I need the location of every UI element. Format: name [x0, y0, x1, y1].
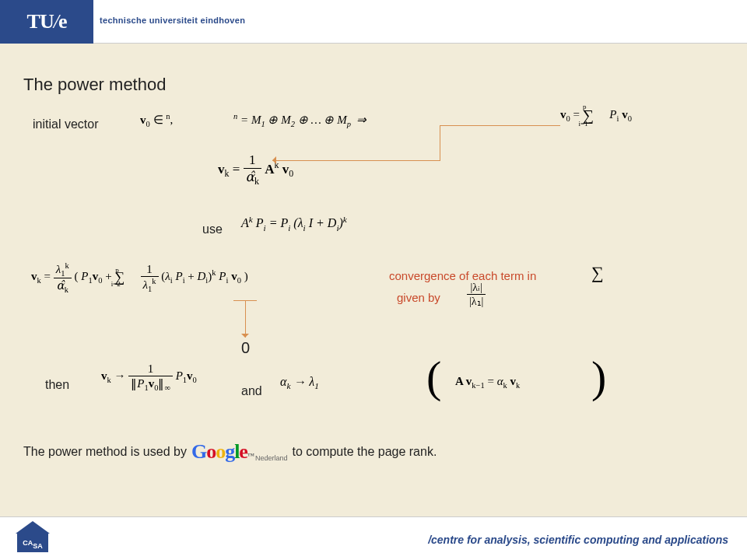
ratio-num: |λᵢ| — [467, 281, 486, 295]
university-name: technische universiteit eindhoven — [100, 16, 245, 25]
initial-vector-label: initial vector — [33, 117, 98, 131]
and-label: and — [241, 384, 262, 398]
google-statement: The power method is used by Google™ Nede… — [23, 440, 437, 464]
convergence-text-1: convergence of each term in — [389, 269, 536, 282]
math-vk-formula: vk = 1α̂k Ak v0 — [218, 152, 293, 187]
math-v0-sum: v0 = ∑pi=1 Pi v0 — [560, 104, 632, 123]
tue-logo-text: TU/e — [27, 10, 67, 33]
sigma-icon: ∑ — [591, 263, 604, 283]
convergence-ratio: |λᵢ||λ₁| — [467, 281, 486, 308]
paren-open: ( — [426, 351, 441, 403]
math-then-formula: vk → 1‖P1v0‖∞ P1v0 — [101, 362, 197, 392]
casa-logo: CASA — [16, 521, 50, 554]
slide-title: The power method — [23, 75, 166, 95]
google-region: Nederland — [255, 454, 288, 462]
math-use-formula: Ak Pi = Pi (λi I + Di)k — [241, 215, 347, 233]
google-tm: ™ — [247, 452, 254, 460]
convergence-text-2: given by — [397, 291, 440, 304]
arrow-1-b — [272, 160, 440, 161]
tue-logo: TU/e — [0, 0, 93, 44]
math-decomposition: n = M1 ⊕ M2 ⊕ … ⊕ Mp ⇒ — [233, 112, 366, 128]
math-expansion: vk = λ1kα̂k ( P1v0 + ∑pi=2 1λ1k (λi Pi +… — [31, 261, 248, 294]
google-text-before: The power method is used by — [23, 445, 187, 459]
arrow-2-v — [245, 300, 246, 338]
slide-footer: CASA /centre for analysis, scientific co… — [0, 516, 747, 560]
google-logo: Google™ — [191, 440, 254, 464]
math-eigen-relation: A vk−1 = αk vk — [455, 375, 520, 390]
google-text-after: to compute the page rank. — [292, 445, 437, 459]
paren-close: ) — [591, 351, 606, 403]
use-label: use — [202, 222, 223, 236]
arrow-1-v — [440, 125, 440, 161]
slide-header: TU/e technische universiteit eindhoven — [0, 0, 747, 44]
arrow-1-h — [440, 125, 560, 126]
slide-content: The power method initial vector v0 ∈ n, … — [0, 44, 747, 516]
math-alpha-limit: αk → λ1 — [280, 375, 319, 390]
arrow-2-head — [241, 334, 249, 341]
arrow-1-head — [268, 156, 276, 164]
ratio-den: |λ₁| — [467, 295, 486, 308]
math-v0: v0 ∈ n, — [140, 112, 173, 128]
zero-limit: 0 — [241, 339, 250, 357]
footer-text: /centre for analysis, scientific computi… — [428, 534, 728, 546]
then-label: then — [45, 378, 69, 392]
